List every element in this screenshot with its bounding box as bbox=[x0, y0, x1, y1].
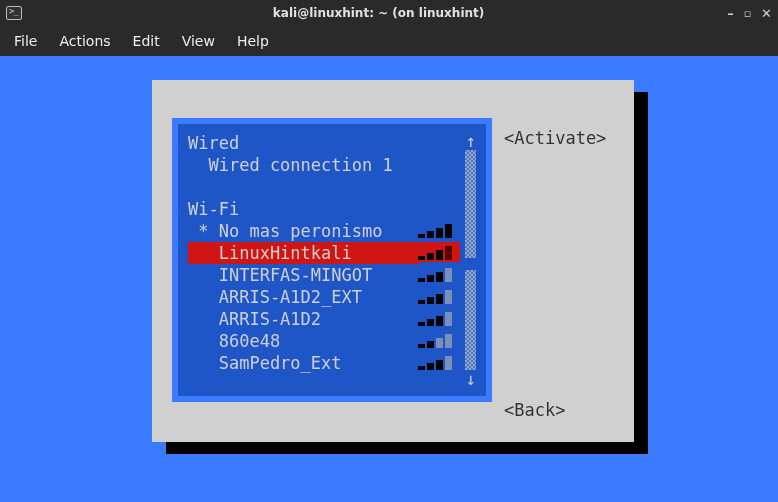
menu-view[interactable]: View bbox=[182, 33, 215, 49]
wifi-item[interactable]: * No mas peronismo bbox=[188, 220, 460, 242]
scrollbar-thumb-gap bbox=[465, 258, 476, 270]
signal-icon bbox=[418, 224, 458, 238]
minimize-button[interactable]: – bbox=[727, 7, 734, 20]
menu-help[interactable]: Help bbox=[237, 33, 269, 49]
close-button[interactable]: ✕ bbox=[761, 7, 772, 20]
wifi-item[interactable]: ARRIS-A1D2_EXT bbox=[188, 286, 460, 308]
terminal-icon bbox=[6, 6, 22, 20]
signal-icon bbox=[418, 334, 458, 348]
titlebar: kali@linuxhint: ~ (on linuxhint) – ▫ ✕ bbox=[0, 0, 778, 26]
scroll-down-icon[interactable]: ↓ bbox=[465, 370, 475, 388]
signal-icon bbox=[418, 312, 458, 326]
wired-item-label: Wired connection 1 bbox=[188, 154, 460, 176]
window-controls: – ▫ ✕ bbox=[727, 7, 772, 20]
menubar: File Actions Edit View Help bbox=[0, 26, 778, 56]
scroll-up-icon[interactable]: ↑ bbox=[465, 132, 475, 150]
menu-edit[interactable]: Edit bbox=[133, 33, 160, 49]
wifi-header: Wi-Fi bbox=[188, 198, 460, 220]
nmtui-dialog: Wired Wired connection 1 Wi-Fi * No mas … bbox=[152, 80, 634, 442]
wifi-item[interactable]: SamPedro_Ext bbox=[188, 352, 460, 374]
signal-icon bbox=[418, 268, 458, 282]
wifi-item[interactable]: ARRIS-A1D2 bbox=[188, 308, 460, 330]
scrollbar-track[interactable] bbox=[465, 150, 476, 370]
wifi-item[interactable]: INTERFAS-MINGOT bbox=[188, 264, 460, 286]
connection-list-panel: Wired Wired connection 1 Wi-Fi * No mas … bbox=[172, 118, 492, 402]
scrollbar[interactable]: ↑ ↓ bbox=[465, 132, 476, 388]
wired-header: Wired bbox=[188, 132, 460, 154]
wifi-header-row: Wi-Fi bbox=[188, 198, 460, 220]
wifi-item[interactable]: LinuxHintkali bbox=[188, 242, 460, 264]
activate-button[interactable]: <Activate> bbox=[504, 128, 606, 148]
wired-header-row: Wired bbox=[188, 132, 460, 154]
signal-icon bbox=[418, 246, 458, 260]
window-title: kali@linuxhint: ~ (on linuxhint) bbox=[30, 6, 727, 20]
menu-actions[interactable]: Actions bbox=[59, 33, 110, 49]
signal-icon bbox=[418, 356, 458, 370]
back-button[interactable]: <Back> bbox=[504, 400, 565, 420]
terminal-area: Wired Wired connection 1 Wi-Fi * No mas … bbox=[0, 56, 778, 502]
blank-row bbox=[188, 176, 460, 198]
menu-file[interactable]: File bbox=[14, 33, 37, 49]
wired-item[interactable]: Wired connection 1 bbox=[188, 154, 460, 176]
connection-list[interactable]: Wired Wired connection 1 Wi-Fi * No mas … bbox=[188, 132, 460, 388]
wifi-item[interactable]: 860e48 bbox=[188, 330, 460, 352]
maximize-button[interactable]: ▫ bbox=[744, 8, 751, 21]
signal-icon bbox=[418, 290, 458, 304]
